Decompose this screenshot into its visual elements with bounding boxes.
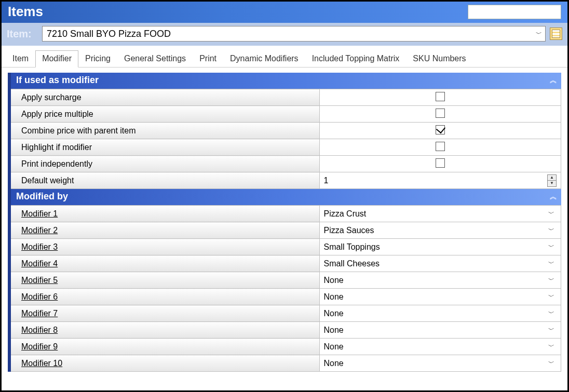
checkbox-apply-price-multiple[interactable] <box>436 109 445 118</box>
modifier-dropdown-value: None <box>324 326 344 335</box>
item-selector-label: Item: <box>7 28 38 40</box>
modifier-dropdown[interactable]: None﹀ <box>324 355 557 371</box>
property-label: Highlight if modifier <box>9 139 319 156</box>
spinner-up-icon[interactable]: ▲ <box>548 175 556 181</box>
tabs-bar: ItemModifierPricingGeneral SettingsPrint… <box>2 46 567 67</box>
chevron-down-icon: ﹀ <box>548 326 557 334</box>
chevron-down-icon: ﹀ <box>548 242 557 251</box>
section-header-if-used[interactable]: If used as modifier ︽ <box>8 73 561 89</box>
modifier-dropdown[interactable]: None﹀ <box>324 339 557 355</box>
modifier-dropdown-value: Pizza Sauces <box>324 226 374 235</box>
chevron-down-icon: ﹀ <box>548 342 557 351</box>
modifier-dropdown[interactable]: None﹀ <box>324 272 557 288</box>
modifier-dropdown-value: Small Cheeses <box>324 259 380 268</box>
property-label: Print independently <box>9 156 319 172</box>
section-if-used-as-modifier: If used as modifier ︽ Apply surchargeApp… <box>8 73 561 189</box>
item-dropdown[interactable]: 7210 Small BYO Pizza FOOD ﹀ <box>42 26 546 42</box>
modifier-label-link[interactable]: Modifier 4 <box>9 255 319 272</box>
item-details-icon[interactable] <box>550 28 562 40</box>
modifier-label-link[interactable]: Modifier 8 <box>9 322 319 339</box>
property-label: Combine price with parent item <box>9 123 319 139</box>
chevron-down-icon: ﹀ <box>548 259 557 268</box>
modifier-dropdown-value: None <box>324 359 344 368</box>
modifier-dropdown-value: None <box>324 342 344 352</box>
modifier-label-link[interactable]: Modifier 6 <box>9 289 319 305</box>
tab-included-topping-matrix[interactable]: Included Topping Matrix <box>305 50 407 67</box>
chevron-down-icon: ﹀ <box>548 209 557 218</box>
section-header-modified-by[interactable]: Modified by ︽ <box>8 189 561 205</box>
collapse-double-chevron-icon[interactable]: ︽ <box>550 76 556 85</box>
modifier-dropdown-value: None <box>324 292 344 302</box>
collapse-double-chevron-icon[interactable]: ︽ <box>550 192 556 201</box>
modifier-dropdown[interactable]: Pizza Sauces﹀ <box>324 222 557 238</box>
modifier-label-link[interactable]: Modifier 5 <box>9 272 319 289</box>
spinner-value: 1 <box>324 176 329 185</box>
spinner-buttons[interactable]: ▲▼ <box>547 174 557 187</box>
item-selector-row: Item: 7210 Small BYO Pizza FOOD ﹀ <box>2 23 567 46</box>
modifier-dropdown[interactable]: Pizza Crust﹀ <box>324 206 557 222</box>
titlebar: Items <box>2 2 567 23</box>
checkbox-print-independently[interactable] <box>436 158 445 168</box>
section-modified-by: Modified by ︽ Modifier 1Pizza Crust﹀Modi… <box>8 189 561 372</box>
modifier-dropdown-value: None <box>324 309 344 318</box>
property-label: Default weight <box>9 172 319 189</box>
checkbox-combine-price-with-parent-item[interactable] <box>436 125 445 134</box>
section-title: Modified by <box>16 191 68 202</box>
modifier-label-link[interactable]: Modifier 3 <box>9 239 319 255</box>
checkbox-apply-surcharge[interactable] <box>436 92 445 101</box>
chevron-down-icon: ﹀ <box>548 276 557 285</box>
chevron-down-icon: ﹀ <box>548 359 557 368</box>
modifier-dropdown[interactable]: Small Cheeses﹀ <box>324 255 557 272</box>
modifier-label-link[interactable]: Modifier 9 <box>9 339 319 355</box>
title-search-box[interactable] <box>468 5 561 19</box>
property-label: Apply price multiple <box>9 106 319 123</box>
chevron-down-icon: ﹀ <box>548 292 557 301</box>
modifier-dropdown-value: Small Toppings <box>324 242 380 252</box>
spinner-default-weight[interactable]: 1▲▼ <box>324 172 557 188</box>
modifier-label-link[interactable]: Modifier 1 <box>9 206 319 222</box>
modifier-dropdown-value: Pizza Crust <box>324 209 367 219</box>
chevron-down-icon: ﹀ <box>548 226 557 235</box>
tab-print[interactable]: Print <box>193 50 223 67</box>
tab-item[interactable]: Item <box>6 50 35 67</box>
chevron-down-icon: ﹀ <box>536 30 542 38</box>
tab-pricing[interactable]: Pricing <box>78 50 117 67</box>
modifier-dropdown-value: None <box>324 276 344 285</box>
property-label: Apply surcharge <box>9 89 319 106</box>
modifier-label-link[interactable]: Modifier 2 <box>9 222 319 239</box>
modifier-dropdown[interactable]: None﹀ <box>324 305 557 321</box>
chevron-down-icon: ﹀ <box>548 309 557 318</box>
tab-sku-numbers[interactable]: SKU Numbers <box>406 50 472 67</box>
tab-general-settings[interactable]: General Settings <box>117 50 193 67</box>
section-title: If used as modifier <box>16 75 99 86</box>
modifier-label-link[interactable]: Modifier 10 <box>9 355 319 372</box>
tab-modifier[interactable]: Modifier <box>35 50 78 67</box>
modifier-label-link[interactable]: Modifier 7 <box>9 305 319 322</box>
item-dropdown-value: 7210 Small BYO Pizza FOOD <box>47 29 171 39</box>
modifier-dropdown[interactable]: Small Toppings﹀ <box>324 239 557 255</box>
modifier-dropdown[interactable]: None﹀ <box>324 322 557 338</box>
page-title: Items <box>8 4 43 20</box>
spinner-down-icon[interactable]: ▼ <box>548 180 556 186</box>
tab-dynamic-modifiers[interactable]: Dynamic Modifiers <box>223 50 305 67</box>
checkbox-highlight-if-modifier[interactable] <box>436 142 445 151</box>
modifier-dropdown[interactable]: None﹀ <box>324 289 557 305</box>
